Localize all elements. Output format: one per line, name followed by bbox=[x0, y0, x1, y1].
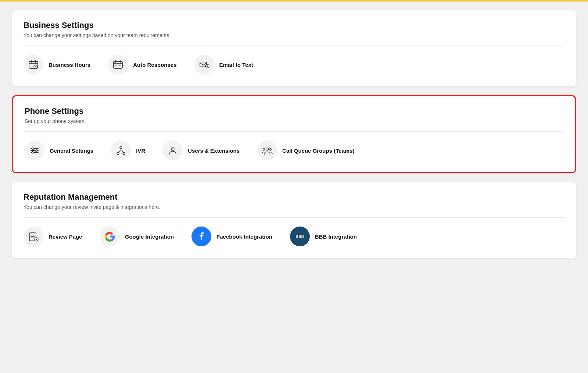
bbb-integration-icon-circle: BBB bbox=[290, 227, 310, 246]
reputation-management-title: Reputation Management bbox=[24, 192, 564, 202]
auto-responses-icon-circle bbox=[108, 55, 128, 75]
ivr-label: IVR bbox=[136, 148, 145, 154]
business-settings-items: Business Hours Auto Responses bbox=[24, 55, 564, 75]
business-hours-label: Business Hours bbox=[49, 62, 90, 68]
facebook-integration-item[interactable]: Facebook Integration bbox=[191, 227, 272, 246]
svg-line-26 bbox=[118, 151, 121, 152]
svg-point-22 bbox=[120, 146, 122, 149]
general-settings-icon-circle bbox=[25, 141, 44, 160]
svg-point-24 bbox=[123, 152, 125, 155]
facebook-integration-label: Facebook Integration bbox=[216, 233, 272, 240]
general-settings-label: General Settings bbox=[50, 148, 93, 154]
phone-settings-card: Phone Settings Set up your phone system.… bbox=[12, 95, 576, 173]
email-to-text-icon bbox=[199, 59, 209, 70]
ivr-icon-circle bbox=[111, 141, 131, 160]
reputation-management-card: Reputation Management You can change you… bbox=[12, 182, 576, 258]
auto-responses-item[interactable]: Auto Responses bbox=[108, 55, 176, 75]
call-queue-groups-item[interactable]: Call Queue Groups (Teams) bbox=[257, 141, 354, 160]
svg-line-27 bbox=[121, 151, 124, 152]
divider-phone bbox=[25, 131, 563, 132]
email-to-text-item[interactable]: Email to Text bbox=[194, 55, 253, 75]
review-page-icon-circle bbox=[24, 227, 43, 246]
general-settings-icon bbox=[29, 145, 40, 156]
users-extensions-icon-circle bbox=[163, 141, 183, 160]
ivr-item[interactable]: IVR bbox=[111, 141, 145, 160]
review-page-icon bbox=[28, 231, 39, 242]
review-page-item[interactable]: Review Page bbox=[24, 227, 82, 246]
divider bbox=[24, 46, 564, 46]
call-queue-groups-icon bbox=[261, 145, 273, 156]
reputation-management-subtitle: You can change your review invite page &… bbox=[24, 204, 564, 210]
svg-point-20 bbox=[36, 150, 37, 152]
email-to-text-icon-circle bbox=[194, 55, 214, 75]
call-queue-groups-label: Call Queue Groups (Teams) bbox=[282, 148, 354, 154]
reputation-management-items: Review Page Google Integration bbox=[24, 227, 564, 246]
call-queue-groups-icon-circle bbox=[257, 141, 277, 160]
auto-responses-label: Auto Responses bbox=[133, 62, 176, 68]
svg-text:BBB: BBB bbox=[295, 235, 304, 239]
bbb-integration-icon: BBB bbox=[294, 231, 306, 242]
users-extensions-item[interactable]: Users & Extensions bbox=[163, 141, 240, 160]
svg-point-19 bbox=[32, 148, 34, 150]
review-page-label: Review Page bbox=[49, 233, 82, 240]
bbb-integration-label: BBB Integration bbox=[315, 233, 357, 240]
svg-point-30 bbox=[263, 149, 265, 151]
svg-point-31 bbox=[270, 149, 272, 151]
bbb-integration-item[interactable]: BBB BBB Integration bbox=[290, 227, 357, 246]
phone-settings-subtitle: Set up your phone system. bbox=[25, 118, 563, 124]
users-extensions-icon bbox=[168, 145, 178, 156]
svg-point-21 bbox=[32, 152, 34, 153]
facebook-integration-icon bbox=[196, 231, 207, 242]
google-integration-label: Google Integration bbox=[125, 233, 174, 240]
business-settings-title: Business Settings bbox=[24, 21, 564, 30]
business-hours-icon bbox=[28, 59, 39, 70]
facebook-integration-icon-circle bbox=[191, 227, 211, 246]
svg-point-29 bbox=[266, 148, 269, 151]
svg-point-28 bbox=[171, 148, 174, 151]
email-to-text-label: Email to Text bbox=[219, 62, 253, 68]
general-settings-item[interactable]: General Settings bbox=[25, 141, 93, 160]
business-settings-subtitle: You can change your settings based on yo… bbox=[24, 32, 564, 38]
google-integration-icon-circle bbox=[100, 227, 120, 246]
phone-settings-items: General Settings IVR bbox=[25, 141, 563, 160]
divider-reputation bbox=[24, 217, 564, 218]
auto-responses-icon bbox=[113, 59, 123, 70]
google-integration-icon bbox=[104, 231, 115, 242]
svg-point-23 bbox=[117, 152, 119, 155]
google-integration-item[interactable]: Google Integration bbox=[100, 227, 174, 246]
users-extensions-label: Users & Extensions bbox=[188, 148, 240, 154]
ivr-icon bbox=[116, 145, 126, 156]
phone-settings-title: Phone Settings bbox=[25, 106, 563, 116]
business-settings-card: Business Settings You can change your se… bbox=[12, 10, 576, 86]
business-hours-icon-circle bbox=[24, 55, 43, 75]
page-content: Business Settings You can change your se… bbox=[0, 1, 588, 267]
business-hours-item[interactable]: Business Hours bbox=[24, 55, 90, 75]
